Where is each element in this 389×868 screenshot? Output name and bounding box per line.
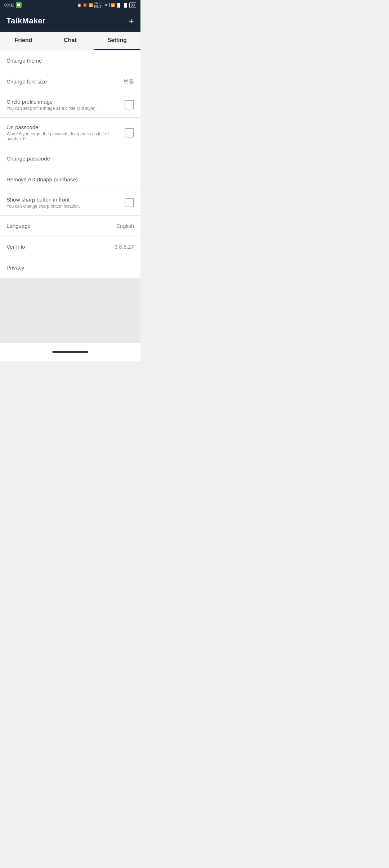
speed-label: 14.0KB/S	[94, 1, 102, 9]
hd-badge: HD	[103, 3, 109, 7]
setting-subtitle-on-passcode: Warn! if you forgot the passcode, long p…	[6, 131, 121, 141]
setting-item-change-font-size[interactable]: Change font size 보통	[0, 71, 140, 92]
setting-item-remove-ad[interactable]: Remove AD (Inapp purchase)	[0, 169, 140, 190]
setting-title-show-sharp-button: Show sharp button in front	[6, 196, 121, 203]
wifi-icon: 📶	[111, 3, 115, 7]
setting-value-language: English	[116, 223, 134, 229]
checkbox-circle-profile[interactable]	[125, 100, 134, 109]
bottom-gray-area	[0, 278, 140, 343]
setting-value-font-size: 보통	[123, 78, 134, 85]
setting-subtitle-show-sharp-button: You can change sharp button location.	[6, 204, 121, 209]
setting-item-language[interactable]: Language English	[0, 216, 140, 236]
nav-bar	[0, 343, 140, 361]
setting-item-change-theme[interactable]: Change theme	[0, 50, 140, 71]
app-title: TalkMaker	[6, 16, 46, 26]
setting-title-change-passcode: Change passcode	[6, 155, 134, 162]
signal-icon: ▐▌	[116, 3, 122, 7]
svg-rect-0	[17, 4, 20, 6]
tab-setting[interactable]: Setting	[94, 32, 140, 50]
bluetooth-icon: 📶	[89, 3, 93, 7]
alarm-icon: ⏰	[77, 3, 81, 7]
status-bar: 09:32 ⏰ 🔕 📶 14.0KB/S HD 📶 ▐▌ ▐▌ 99	[0, 0, 140, 10]
setting-title-change-theme: Change theme	[6, 58, 134, 64]
status-right: ⏰ 🔕 📶 14.0KB/S HD 📶 ▐▌ ▐▌ 99	[77, 1, 136, 9]
setting-title-ver-info: Ver Info	[6, 244, 111, 250]
tab-chat[interactable]: Chat	[47, 32, 94, 50]
checkbox-show-sharp-button[interactable]	[125, 198, 134, 207]
settings-list: Change theme Change font size 보통 Circle …	[0, 50, 140, 278]
setting-title-change-font-size: Change font size	[6, 78, 120, 85]
chat-notification-icon	[16, 2, 22, 8]
mute-icon: 🔕	[82, 3, 88, 8]
setting-item-change-passcode[interactable]: Change passcode	[0, 148, 140, 169]
setting-subtitle-circle-profile: You can set profile image as a circle (o…	[6, 106, 121, 111]
status-time: 09:32	[4, 3, 14, 7]
setting-item-ver-info[interactable]: Ver Info 3.8.8.27	[0, 236, 140, 257]
setting-title-privacy: Privacy	[6, 265, 134, 271]
app-header: TalkMaker +	[0, 10, 140, 32]
add-button[interactable]: +	[129, 16, 134, 26]
setting-item-circle-profile[interactable]: Circle profile image You can set profile…	[0, 92, 140, 118]
setting-item-on-passcode[interactable]: On passcode Warn! if you forgot the pass…	[0, 118, 140, 148]
setting-title-circle-profile: Circle profile image	[6, 99, 121, 105]
checkbox-on-passcode[interactable]	[125, 128, 134, 137]
tab-friend[interactable]: Friend	[0, 32, 47, 50]
battery-indicator: 99	[129, 3, 136, 8]
setting-title-language: Language	[6, 223, 113, 229]
signal2-icon: ▐▌	[122, 3, 128, 7]
setting-item-privacy[interactable]: Privacy	[0, 257, 140, 278]
setting-item-show-sharp-button[interactable]: Show sharp button in front You can chang…	[0, 190, 140, 216]
setting-value-ver-info: 3.8.8.27	[115, 244, 134, 250]
status-left: 09:32	[4, 2, 22, 8]
tab-bar: Friend Chat Setting	[0, 32, 140, 50]
home-indicator	[52, 351, 88, 353]
setting-title-on-passcode: On passcode	[6, 124, 121, 130]
svg-marker-1	[18, 6, 19, 6]
setting-title-remove-ad: Remove AD (Inapp purchase)	[6, 176, 134, 182]
